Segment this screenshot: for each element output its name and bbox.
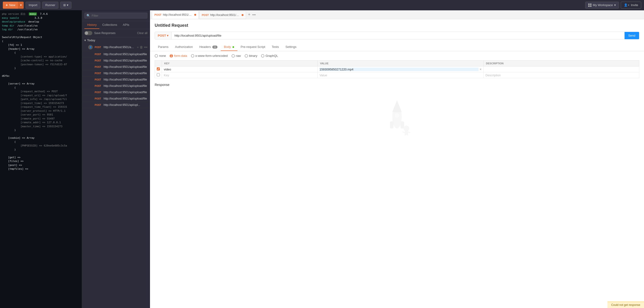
row2-key-input[interactable]: [164, 73, 316, 77]
row1-checkbox[interactable]: [157, 67, 160, 70]
radio-form-data-label: form-data: [174, 54, 187, 58]
tab-tests[interactable]: Tests: [268, 43, 282, 51]
list-item[interactable]: POST http://localhost:9501/api/upload/fi…: [82, 96, 150, 102]
more-icon[interactable]: •••: [144, 45, 148, 49]
import-button[interactable]: Import: [26, 2, 40, 9]
row1-desc-input[interactable]: [486, 68, 637, 71]
new-main-button[interactable]: + New: [3, 2, 18, 9]
col-checkbox: [155, 61, 162, 66]
radio-binary[interactable]: binary: [245, 54, 257, 58]
radio-form-data[interactable]: form-data: [170, 54, 187, 58]
main-content: POST http://localhost:9501/api/uplo... P…: [150, 10, 644, 308]
layout-icon: ⊞: [63, 3, 66, 7]
tab-params[interactable]: Params: [155, 43, 172, 51]
body-active-dot: [232, 46, 234, 48]
invite-button[interactable]: 👤+ Invite: [621, 2, 641, 9]
headers-badge: 11: [212, 46, 217, 49]
tab2-url: http://localhost:9501/api/uplo...: [210, 13, 240, 17]
search-input[interactable]: [92, 14, 145, 17]
row1-value-wrapper: ×: [320, 67, 481, 71]
svg-line-7: [403, 132, 405, 133]
svg-line-10: [408, 135, 408, 135]
tab-authorization[interactable]: Authorization: [172, 43, 196, 51]
list-item[interactable]: POST http://localhost:9501/api/upload/fi…: [82, 51, 150, 58]
user-plus-icon: 👤+: [624, 3, 630, 7]
radio-graphql-circle: [261, 54, 264, 58]
add-icon[interactable]: +: [137, 45, 139, 49]
add-tab-button[interactable]: +: [246, 12, 252, 17]
list-item[interactable]: POST http://localhost:9501/api/upload/fi…: [82, 83, 150, 89]
row2-value-input[interactable]: [320, 73, 481, 77]
tab-collections[interactable]: Collections: [99, 21, 120, 29]
runner-button[interactable]: Runner: [42, 2, 58, 9]
svg-point-4: [395, 113, 399, 118]
method-badge: POST: [95, 85, 102, 87]
method-badge: POST: [95, 53, 102, 56]
list-item[interactable]: 👤 POST http://localhost:9501/api/upload/…: [82, 43, 150, 51]
main-container: php version 后台 easy 7.4.6 easy swoole 3.…: [0, 10, 644, 308]
tab-headers[interactable]: Headers 11: [196, 43, 221, 51]
row1-clear-button[interactable]: ×: [480, 67, 481, 71]
radio-none[interactable]: none: [155, 54, 166, 58]
send-button[interactable]: Send: [624, 32, 639, 39]
tab-apis[interactable]: APIs: [120, 21, 132, 29]
tab-settings[interactable]: Settings: [282, 43, 300, 51]
tab-body[interactable]: Body: [221, 43, 238, 51]
list-item[interactable]: POST http://localhost:9501/api/upload/fi…: [82, 77, 150, 83]
layout-button[interactable]: ⊞ ▾: [60, 2, 72, 9]
sidebar: 🔍 History Collections APIs Save Response…: [82, 10, 150, 308]
svg-marker-1: [392, 100, 402, 112]
save-responses-toggle[interactable]: [84, 31, 92, 35]
workspace-chevron-icon: ▾: [614, 3, 616, 7]
could-not-label: Could not get response: [611, 303, 640, 306]
history-url: http://localhost:9501/api/upload/file: [104, 65, 148, 69]
new-dropdown-button[interactable]: ▾: [18, 2, 24, 9]
delete-icon[interactable]: 🗑: [140, 45, 143, 49]
sidebar-search-area: 🔍: [82, 10, 150, 21]
grid-icon: [588, 4, 592, 7]
row1-checkbox-cell: [155, 66, 162, 72]
request-tab-2[interactable]: POST http://localhost:9501/api/uplo...: [199, 11, 246, 19]
radio-urlencoded-label: x-www-form-urlencoded: [196, 54, 228, 58]
radio-raw[interactable]: raw: [232, 54, 241, 58]
url-input[interactable]: [172, 32, 624, 39]
svg-rect-2: [390, 121, 394, 128]
row1-key-input[interactable]: [164, 68, 316, 71]
table-row: [155, 72, 639, 78]
new-button-group[interactable]: + New ▾: [3, 2, 24, 9]
row2-desc-input[interactable]: [486, 73, 637, 77]
response-label: Response: [155, 83, 170, 87]
history-url: http://localhost:9501/api/upl...: [104, 103, 148, 107]
row2-desc-cell: [484, 72, 639, 78]
radio-graphql[interactable]: GraphQL: [261, 54, 278, 58]
tab-history[interactable]: History: [84, 21, 99, 29]
svg-line-9: [404, 135, 405, 135]
list-item[interactable]: POST http://localhost:9501/api/upload/fi…: [82, 89, 150, 96]
body-area: none form-data x-www-form-urlencoded raw…: [150, 51, 644, 81]
more-tabs-button[interactable]: •••: [252, 13, 256, 17]
row1-value-input[interactable]: [320, 68, 478, 71]
workspace-button[interactable]: My Workspace ▾: [585, 2, 619, 9]
history-url: http://localhost:9501/api/upload/file: [104, 72, 148, 75]
url-bar: POST ▾ Send: [155, 32, 639, 40]
svg-point-5: [404, 126, 409, 131]
tab-pre-request-script[interactable]: Pre-request Script: [238, 43, 268, 51]
history-section-today[interactable]: ▾ Today: [82, 37, 150, 43]
request-title: Untitled Request: [155, 23, 639, 28]
row2-value-cell: [318, 72, 484, 78]
radio-urlencoded[interactable]: x-www-form-urlencoded: [191, 54, 228, 58]
col-desc: DESCRIPTION: [484, 61, 639, 66]
list-item[interactable]: POST http://localhost:9501/api/upload/fi…: [82, 64, 150, 70]
method-select[interactable]: POST ▾: [155, 32, 172, 39]
method-badge: POST: [95, 66, 102, 68]
list-item[interactable]: POST http://localhost:9501/api/upl...: [82, 102, 150, 108]
tabs-bar: POST http://localhost:9501/api/uplo... P…: [150, 10, 644, 19]
clear-all-button[interactable]: Clear all: [137, 32, 148, 35]
history-section-label: Today: [87, 39, 95, 42]
list-item[interactable]: POST http://localhost:9501/api/upload/fi…: [82, 58, 150, 64]
list-item[interactable]: POST http://localhost:9501/api/upload/fi…: [82, 70, 150, 77]
request-tab-1[interactable]: POST http://localhost:9501/api/uplo...: [152, 11, 199, 19]
row2-checkbox[interactable]: [157, 73, 160, 76]
request-area: Untitled Request POST ▾ Send: [150, 19, 644, 43]
radio-raw-label: raw: [236, 54, 241, 58]
